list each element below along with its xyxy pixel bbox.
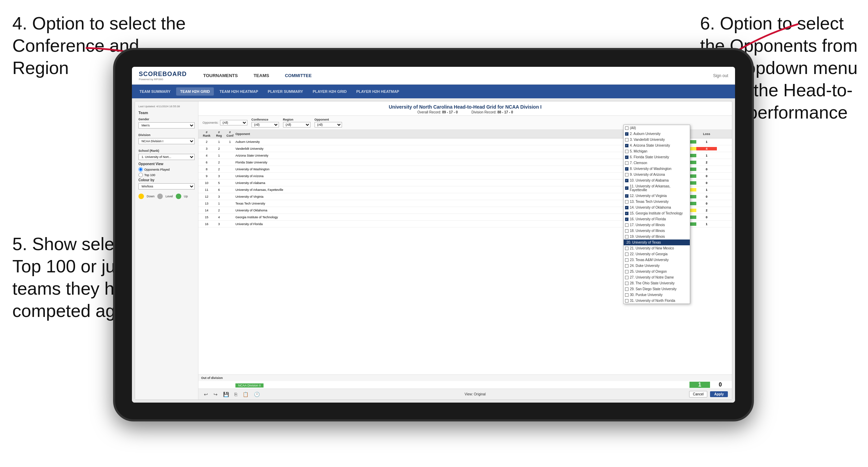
dropdown-item[interactable]: 28. The Ohio State University: [624, 280, 690, 286]
nav-signout[interactable]: Sign out: [713, 73, 728, 78]
checkbox-icon: ✓: [625, 218, 628, 221]
dropdown-item-label: 8. University of Washington: [630, 167, 671, 171]
subnav-team-summary[interactable]: TEAM SUMMARY: [135, 87, 175, 96]
nav-teams[interactable]: TEAMS: [251, 72, 272, 79]
clock-btn[interactable]: 🕐: [253, 391, 261, 398]
dropdown-item[interactable]: 17. University of Illinois: [624, 222, 690, 228]
dropdown-item[interactable]: 21. University of New Mexico: [624, 245, 690, 251]
logo-text: SCOREBOARD: [139, 71, 187, 78]
gender-dropdown[interactable]: Men's: [138, 122, 195, 128]
dropdown-item[interactable]: 22. University of Georgia: [624, 251, 690, 257]
nav-committee[interactable]: COMMITTEE: [282, 72, 314, 79]
cell-loss: 1: [696, 222, 717, 226]
dropdown-item[interactable]: ✓16. University of Florida: [624, 216, 690, 222]
checkbox-icon: [625, 200, 628, 204]
dropdown-item[interactable]: 5. Michigan: [624, 148, 690, 154]
dropdown-item-label: (All): [630, 126, 636, 130]
bottom-toolbar: ↩ ↪ 💾 ⎘ 📋 🕐 View: Original Cancel Apply: [198, 389, 732, 400]
dropdown-item-label: 12. University of Virginia: [630, 194, 667, 198]
cell-reg: 3: [213, 195, 224, 198]
filter-region-select[interactable]: (All): [283, 122, 310, 127]
opponents-played-radio[interactable]: Opponents Played: [138, 167, 195, 172]
dropdown-item[interactable]: 27. University of Notre Dame: [624, 274, 690, 280]
team-label: Team: [138, 111, 195, 115]
checkbox-icon: ✓: [625, 206, 628, 209]
subnav-team-h2h-grid[interactable]: TEAM H2H GRID: [176, 87, 214, 96]
opponents-played-radio-input[interactable]: [138, 167, 143, 172]
checkbox-icon: ✓: [625, 186, 628, 190]
dropdown-item[interactable]: 13. Texas Tech University: [624, 199, 690, 205]
dropdown-item[interactable]: ✓12. University of Virginia: [624, 193, 690, 199]
checkbox-icon: [625, 229, 628, 233]
col-opponent-header: Opponent: [235, 132, 676, 136]
paste-btn[interactable]: 📋: [241, 391, 250, 398]
dropdown-item[interactable]: ✓6. Florida State University: [624, 154, 690, 160]
legend-level-label: Level: [166, 195, 173, 198]
dropdown-item[interactable]: ✓2. Auburn University: [624, 131, 690, 137]
filter-opponent-select[interactable]: (All): [315, 122, 342, 127]
nav-tournaments[interactable]: TOURNAMENTS: [200, 72, 241, 79]
dropdown-item[interactable]: ✓10. University of Alabama: [624, 177, 690, 183]
ncaa-badge: NCAA Division II: [235, 383, 264, 388]
dropdown-item[interactable]: 25. University of Oregon: [624, 269, 690, 274]
dropdown-item[interactable]: ✓4. Arizona State University: [624, 143, 690, 148]
top100-label: Top 100: [144, 173, 155, 177]
colour-by-dropdown[interactable]: Win/loss: [138, 183, 195, 189]
dropdown-item[interactable]: 7. Clemson: [624, 160, 690, 166]
cell-rank: 16: [200, 222, 213, 226]
filter-conference-select[interactable]: (All): [252, 122, 279, 127]
cell-reg: 3: [213, 222, 224, 226]
checkbox-icon: [625, 223, 628, 227]
dropdown-item-label: 14. University of Oklahoma: [630, 206, 671, 209]
cell-rank: 12: [200, 195, 213, 198]
dropdown-item[interactable]: ✓15. Georgia Institute of Technology: [624, 210, 690, 216]
subnav-player-h2h-heatmap[interactable]: PLAYER H2H HEATMAP: [352, 87, 403, 96]
dropdown-item-label: 10. University of Alabama: [630, 179, 669, 182]
checkbox-icon: [625, 235, 628, 238]
filter-opponent-group: Opponent (All): [315, 118, 342, 127]
dropdown-item[interactable]: ✓14. University of Oklahoma: [624, 205, 690, 210]
redo-btn[interactable]: ↪: [212, 391, 219, 398]
checkbox-icon: ✓: [625, 156, 628, 159]
subnav-team-h2h-heatmap[interactable]: TEAM H2H HEATMAP: [215, 87, 262, 96]
cell-reg: 1: [213, 154, 224, 157]
dropdown-item[interactable]: 18. University of Illinois: [624, 228, 690, 234]
checkbox-icon: [625, 126, 628, 130]
checkbox-icon: [625, 276, 628, 279]
filter-opponents-select[interactable]: (All): [220, 120, 247, 125]
subnav-player-h2h-grid[interactable]: PLAYER H2H GRID: [308, 87, 351, 96]
subnav-player-summary[interactable]: PLAYER SUMMARY: [264, 87, 307, 96]
top100-radio[interactable]: Top 100: [138, 173, 195, 177]
dropdown-item[interactable]: 9. University of Arizona: [624, 172, 690, 177]
dropdown-item[interactable]: 29. San Diego State University: [624, 286, 690, 292]
cell-loss: 0: [696, 168, 717, 171]
division-label: Division: [138, 133, 195, 137]
dropdown-item[interactable]: ✓11. University of Arkansas, Fayettevill…: [624, 183, 690, 193]
dropdown-item[interactable]: ✓8. University of Washington: [624, 166, 690, 172]
legend-level-dot: [157, 194, 163, 199]
copy-btn[interactable]: ⎘: [233, 391, 239, 398]
dropdown-item[interactable]: 30. Purdue University: [624, 292, 690, 298]
cell-reg: 2: [213, 209, 224, 212]
cell-opponent: University of Oklahoma: [235, 209, 676, 212]
cell-rank: 9: [200, 174, 213, 178]
cancel-button[interactable]: Cancel: [689, 391, 707, 397]
dropdown-item[interactable]: 3. Vanderbilt University: [624, 137, 690, 143]
top100-radio-input[interactable]: [138, 173, 143, 177]
dropdown-item[interactable]: 31. University of North Florida: [624, 298, 690, 304]
dropdown-item[interactable]: 19. University of Illinois: [624, 234, 690, 239]
opponent-dropdown-overlay[interactable]: (All)✓2. Auburn University3. Vanderbilt …: [623, 125, 690, 304]
dropdown-item[interactable]: 24. Duke University: [624, 263, 690, 269]
dropdown-item[interactable]: 23. Texas A&M University: [624, 257, 690, 263]
checkbox-icon: ✓: [625, 212, 628, 215]
cell-opponent: University of Washington: [235, 168, 676, 171]
cell-rank: 15: [200, 216, 213, 219]
division-dropdown[interactable]: NCAA Division I: [138, 138, 195, 144]
undo-btn[interactable]: ↩: [203, 391, 209, 398]
logo-area: SCOREBOARD Powered by RPI360: [139, 71, 187, 81]
save-btn[interactable]: 💾: [222, 391, 230, 398]
school-dropdown[interactable]: 1. University of Nort...: [138, 154, 195, 160]
dropdown-item[interactable]: (All): [624, 125, 690, 131]
dropdown-item[interactable]: 20. University of Texas: [624, 239, 690, 245]
apply-button[interactable]: Apply: [710, 391, 728, 397]
